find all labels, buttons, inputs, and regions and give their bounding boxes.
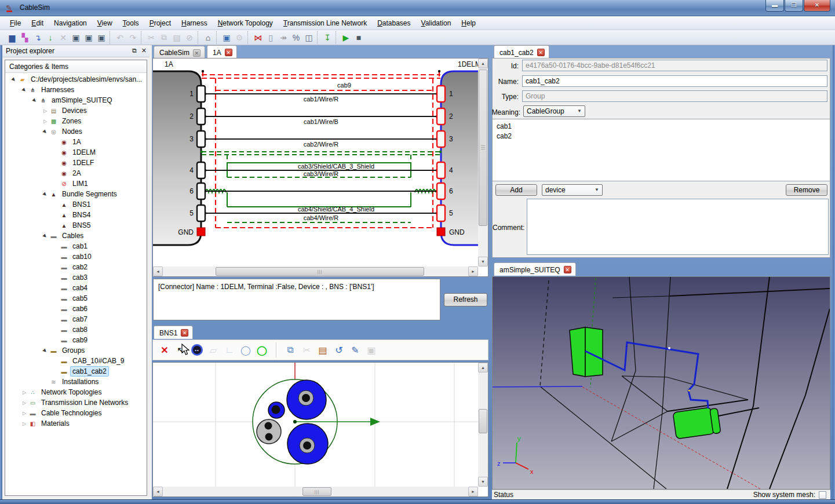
ring-tool-icon[interactable]: ◯ [254,342,270,357]
menu-harness[interactable]: Harness [176,17,213,29]
comment-field[interactable] [527,199,829,255]
tab-bns1[interactable]: BNS1 ✕ [154,326,193,339]
tree-item-1a[interactable]: ◉1A [5,137,147,147]
tree-item-cab1[interactable]: ▬cab1 [5,241,147,251]
remove-button[interactable]: Remove [786,184,827,196]
tree-item-cab9[interactable]: ▬cab9 [5,335,147,345]
close-panel-icon[interactable]: ✕ [141,47,147,54]
menu-file[interactable]: File [5,17,26,29]
expand-icon[interactable]: ▷ [41,119,49,124]
viewer3d-panel[interactable]: y z x [492,276,830,490]
tab-cablesim[interactable]: CableSim ✕ [154,46,205,59]
diagram-vscrollbar[interactable]: ▲▼ ||| [478,59,488,266]
tree-item-cab8[interactable]: ▬cab8 [5,324,147,335]
cable-tool-icon[interactable]: •• [189,342,205,357]
collapse-icon[interactable]: ▶ [9,75,19,84]
tree-item-amsimple-suiteq[interactable]: ▶⋔amSimple_SUITEQ [5,95,147,105]
bns-hscrollbar[interactable]: ◄► ||| [153,487,478,496]
connector-right-body[interactable] [441,71,478,245]
save-all-icon[interactable]: ▣ [95,31,108,44]
polyline-tool-icon[interactable]: ∟ [221,342,238,357]
tree-item-cab4[interactable]: ▬cab4 [5,283,147,293]
circle-tool-icon[interactable]: ◯ [238,342,254,357]
import-icon[interactable]: ↓ [44,31,57,44]
tree-item-bundle-segments[interactable]: ▶▲Bundle Segments [5,189,147,199]
cable-bottom[interactable] [287,423,328,464]
wiring-diagram-canvas[interactable]: 1A 1DELM cab9 [153,59,478,266]
add-type-dropdown[interactable]: device ▼ [542,184,603,196]
stop-icon[interactable]: ■ [352,31,365,44]
tree-item-materials[interactable]: ▷◧Materials [5,418,147,429]
maximize-button[interactable]: ❐ [785,0,803,12]
tab-1a-close-icon[interactable]: ✕ [225,49,232,56]
tree-item-nodes[interactable]: ▶◎Nodes [5,126,147,137]
tree-item-harnesses[interactable]: ▶⋔Harnesses [5,85,147,95]
tree-item-devices[interactable]: ▷▤Devices [5,105,147,116]
undo-icon[interactable]: ↶ [114,31,126,44]
expand-icon[interactable]: ▷ [20,390,28,395]
menu-transmission-line-network[interactable]: Transmission Line Network [278,17,372,29]
tree-item-cable-technologies[interactable]: ▷▬Cable Technologies [5,408,147,418]
collapse-icon[interactable]: ▶ [20,85,29,94]
expand-icon[interactable]: ▷ [20,411,28,416]
collapse-icon[interactable]: ▶ [41,346,50,355]
tree-item-installations[interactable]: ≋Installations [5,377,147,387]
menu-edit[interactable]: Edit [26,17,49,29]
connector-left-body[interactable] [153,71,201,245]
cable-twisted-pair[interactable] [257,419,281,444]
tree-item-bns1[interactable]: ▲BNS1 [5,199,147,210]
gnd-pin-right[interactable] [437,228,445,236]
close-button[interactable]: ✕ [804,0,830,12]
viewer3d-canvas[interactable]: y z x [493,277,830,489]
tree-item-cab1-cab2[interactable]: ▬cab1_cab2 [5,366,147,377]
network-icon[interactable]: ⋈ [251,31,264,44]
cut-icon[interactable]: ✂ [145,31,158,44]
bns-cross-section-canvas[interactable] [153,363,478,487]
delete-tool-icon[interactable]: ✕ [156,342,173,357]
tab-cab1-cab2-close-icon[interactable]: ✕ [537,49,545,56]
tree-item-cab3[interactable]: ▬cab3 [5,272,147,283]
redo-icon[interactable]: ↷ [126,31,139,44]
member-item[interactable]: cab1 [497,122,826,132]
tree-item-transmission-line-networks[interactable]: ▷▭Transmission Line Networks [5,397,147,408]
member-item[interactable]: cab2 [497,132,826,141]
bns-cross-section-panel[interactable]: ▲▼ ◄► ||| [152,362,488,497]
chart-icon[interactable]: ▆ [6,31,19,44]
menu-view[interactable]: View [92,17,118,29]
edit-tool-icon[interactable]: ✎ [347,342,363,357]
menu-navigation[interactable]: Navigation [49,17,92,29]
tree-item-cables[interactable]: ▶▬Cables [5,231,147,241]
camera-tool-icon[interactable]: ▣ [363,342,380,357]
paste-icon[interactable]: ▤ [170,31,183,44]
tree-item-cab6[interactable]: ▬cab6 [5,304,147,314]
tree-item-1delf[interactable]: ◉1DELF [5,158,147,168]
name-field[interactable]: cab1_cab2 [522,75,827,87]
tree-item-bns4[interactable]: ▲BNS4 [5,210,147,220]
export-icon[interactable]: ↧ [321,31,334,44]
tab-bns1-close-icon[interactable]: ✕ [181,329,188,337]
collapse-icon[interactable]: ▶ [41,127,50,136]
save-icon[interactable]: ▣ [70,31,82,44]
diagram-hscrollbar[interactable]: ◄► ||| [153,266,478,276]
settings-icon[interactable]: ⚙ [233,31,246,44]
tree-item-2a[interactable]: ◉2A [5,168,147,178]
open-icon[interactable]: ↴ [31,31,44,44]
undo-tool-icon[interactable]: ↺ [331,342,347,357]
tab-cablesim-close-icon[interactable]: ✕ [193,49,200,57]
tree-item-bns5[interactable]: ▲BNS5 [5,220,147,231]
bns-vscrollbar[interactable]: ▲▼ [478,363,488,487]
minimize-button[interactable]: ▬ [765,0,784,12]
link-icon[interactable]: ↠ [277,31,290,44]
copy-tool-icon[interactable]: ⧉ [282,342,298,357]
cut-tool-icon[interactable]: ✂ [298,342,315,357]
title-bar[interactable]: ✎ CableSim ▬ ❐ ✕ [0,0,835,16]
menu-network-topology[interactable]: Network Topology [213,17,278,29]
tree-item-cab10[interactable]: ▬cab10 [5,251,147,262]
delete-icon[interactable]: ✕ [57,31,70,44]
tree-item-c-dev-projects-cablesim-envs-san[interactable]: ▶▰C:/dev/projects/cablesim/envs/san... [5,74,147,85]
collapse-icon[interactable]: ▶ [41,189,50,199]
menu-validation[interactable]: Validation [416,17,457,29]
type-field[interactable]: Group [522,90,827,102]
copy-icon[interactable]: ⧉ [158,31,170,44]
save-as-icon[interactable]: ▣ [82,31,95,44]
